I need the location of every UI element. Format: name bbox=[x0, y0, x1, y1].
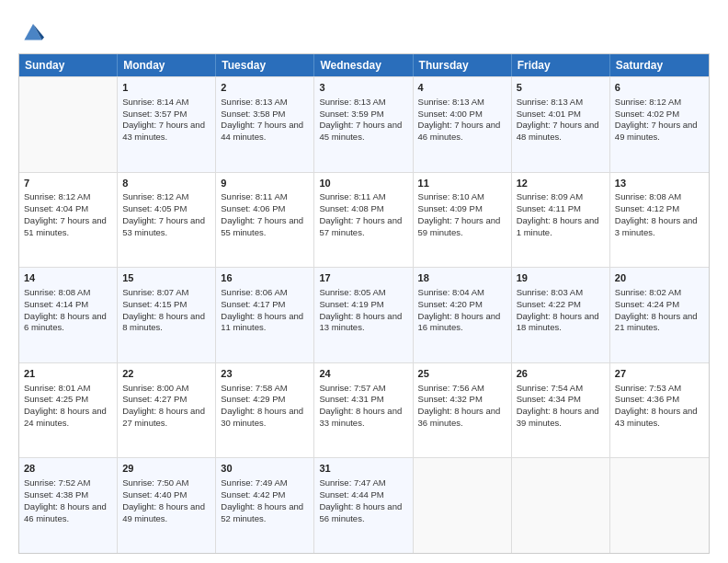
day-cell-16: 16Sunrise: 8:06 AMSunset: 4:17 PMDayligh… bbox=[216, 268, 314, 362]
calendar-body: 1Sunrise: 8:14 AMSunset: 3:57 PMDaylight… bbox=[19, 76, 709, 553]
daylight-text: Daylight: 8 hours and 43 minutes. bbox=[615, 406, 698, 428]
day-number: 18 bbox=[418, 271, 506, 285]
daylight-text: Daylight: 8 hours and 8 minutes. bbox=[122, 311, 205, 333]
day-cell-2: 2Sunrise: 8:13 AMSunset: 3:58 PMDaylight… bbox=[216, 77, 314, 172]
daylight-text: Daylight: 8 hours and 13 minutes. bbox=[319, 311, 402, 333]
daylight-text: Daylight: 7 hours and 48 minutes. bbox=[517, 120, 599, 142]
day-number: 20 bbox=[615, 271, 704, 285]
sunrise-text: Sunrise: 8:13 AM bbox=[319, 97, 385, 107]
day-cell-14: 14Sunrise: 8:08 AMSunset: 4:14 PMDayligh… bbox=[19, 268, 118, 362]
daylight-text: Daylight: 8 hours and 33 minutes. bbox=[319, 406, 402, 428]
sunset-text: Sunset: 3:59 PM bbox=[319, 109, 383, 119]
daylight-text: Daylight: 8 hours and 1 minute. bbox=[517, 215, 599, 237]
day-number: 6 bbox=[615, 81, 704, 95]
day-number: 25 bbox=[418, 367, 506, 381]
sunset-text: Sunset: 4:01 PM bbox=[517, 109, 581, 119]
empty-cell bbox=[414, 458, 512, 553]
day-number: 21 bbox=[24, 367, 112, 381]
sunset-text: Sunset: 4:34 PM bbox=[517, 394, 581, 404]
day-number: 24 bbox=[319, 367, 407, 381]
sunset-text: Sunset: 3:58 PM bbox=[221, 109, 285, 119]
day-number: 5 bbox=[517, 81, 605, 95]
day-number: 28 bbox=[24, 462, 112, 476]
day-cell-10: 10Sunrise: 8:11 AMSunset: 4:08 PMDayligh… bbox=[314, 173, 413, 268]
daylight-text: Daylight: 8 hours and 18 minutes. bbox=[517, 311, 599, 333]
sunset-text: Sunset: 4:14 PM bbox=[24, 299, 88, 309]
day-cell-21: 21Sunrise: 8:01 AMSunset: 4:25 PMDayligh… bbox=[19, 363, 118, 458]
sunrise-text: Sunrise: 7:49 AM bbox=[221, 477, 287, 488]
daylight-text: Daylight: 8 hours and 3 minutes. bbox=[615, 215, 698, 237]
day-cell-24: 24Sunrise: 7:57 AMSunset: 4:31 PMDayligh… bbox=[314, 363, 413, 458]
day-cell-3: 3Sunrise: 8:13 AMSunset: 3:59 PMDaylight… bbox=[314, 77, 413, 172]
sunrise-text: Sunrise: 8:12 AM bbox=[24, 191, 90, 201]
daylight-text: Daylight: 7 hours and 45 minutes. bbox=[319, 120, 402, 142]
sunset-text: Sunset: 4:29 PM bbox=[221, 394, 285, 404]
sunset-text: Sunset: 4:05 PM bbox=[122, 203, 187, 213]
sunrise-text: Sunrise: 8:09 AM bbox=[517, 191, 583, 201]
sunset-text: Sunset: 4:36 PM bbox=[615, 394, 679, 404]
day-number: 1 bbox=[122, 81, 210, 95]
daylight-text: Daylight: 8 hours and 46 minutes. bbox=[24, 501, 107, 523]
day-number: 26 bbox=[517, 367, 605, 381]
daylight-text: Daylight: 8 hours and 21 minutes. bbox=[615, 311, 698, 333]
day-number: 19 bbox=[517, 271, 605, 285]
empty-cell bbox=[19, 77, 118, 172]
daylight-text: Daylight: 8 hours and 36 minutes. bbox=[418, 406, 501, 428]
sunrise-text: Sunrise: 7:58 AM bbox=[221, 383, 287, 393]
day-cell-4: 4Sunrise: 8:13 AMSunset: 4:00 PMDaylight… bbox=[414, 77, 512, 172]
sunset-text: Sunset: 4:25 PM bbox=[24, 394, 88, 404]
daylight-text: Daylight: 8 hours and 16 minutes. bbox=[418, 311, 501, 333]
calendar-week-3: 14Sunrise: 8:08 AMSunset: 4:14 PMDayligh… bbox=[19, 267, 709, 362]
day-number: 12 bbox=[517, 177, 605, 190]
day-cell-30: 30Sunrise: 7:49 AMSunset: 4:42 PMDayligh… bbox=[216, 458, 314, 553]
sunrise-text: Sunrise: 8:13 AM bbox=[221, 97, 287, 107]
day-number: 4 bbox=[418, 81, 506, 95]
day-number: 23 bbox=[221, 367, 309, 381]
daylight-text: Daylight: 8 hours and 39 minutes. bbox=[517, 406, 599, 428]
daylight-text: Daylight: 8 hours and 6 minutes. bbox=[24, 311, 107, 333]
logo bbox=[18, 17, 51, 46]
day-cell-1: 1Sunrise: 8:14 AMSunset: 3:57 PMDaylight… bbox=[118, 77, 216, 172]
sunset-text: Sunset: 4:24 PM bbox=[615, 299, 679, 309]
sunrise-text: Sunrise: 8:02 AM bbox=[615, 287, 681, 297]
sunset-text: Sunset: 4:40 PM bbox=[122, 489, 187, 500]
day-cell-25: 25Sunrise: 7:56 AMSunset: 4:32 PMDayligh… bbox=[414, 363, 512, 458]
day-cell-8: 8Sunrise: 8:12 AMSunset: 4:05 PMDaylight… bbox=[118, 173, 216, 268]
sunrise-text: Sunrise: 8:01 AM bbox=[24, 383, 90, 393]
day-number: 13 bbox=[615, 177, 704, 190]
daylight-text: Daylight: 7 hours and 59 minutes. bbox=[418, 215, 501, 237]
day-number: 7 bbox=[24, 177, 112, 190]
daylight-text: Daylight: 7 hours and 49 minutes. bbox=[615, 120, 698, 142]
sunset-text: Sunset: 4:08 PM bbox=[319, 203, 383, 213]
daylight-text: Daylight: 8 hours and 49 minutes. bbox=[122, 501, 205, 523]
day-number: 16 bbox=[221, 271, 309, 285]
sunset-text: Sunset: 4:44 PM bbox=[319, 489, 383, 500]
daylight-text: Daylight: 8 hours and 24 minutes. bbox=[24, 406, 107, 428]
day-number: 2 bbox=[221, 81, 309, 95]
sunrise-text: Sunrise: 8:03 AM bbox=[517, 287, 583, 297]
header-day-thursday: Thursday bbox=[414, 54, 512, 76]
daylight-text: Daylight: 7 hours and 46 minutes. bbox=[418, 120, 501, 142]
sunrise-text: Sunrise: 8:12 AM bbox=[122, 191, 188, 201]
sunrise-text: Sunrise: 7:54 AM bbox=[517, 383, 583, 393]
day-number: 3 bbox=[319, 81, 407, 95]
sunrise-text: Sunrise: 7:52 AM bbox=[24, 477, 90, 488]
header-day-friday: Friday bbox=[512, 54, 610, 76]
day-cell-20: 20Sunrise: 8:02 AMSunset: 4:24 PMDayligh… bbox=[610, 268, 709, 362]
sunrise-text: Sunrise: 7:56 AM bbox=[418, 383, 484, 393]
sunrise-text: Sunrise: 8:13 AM bbox=[418, 97, 484, 107]
page: SundayMondayTuesdayWednesdayThursdayFrid… bbox=[0, 0, 728, 563]
sunrise-text: Sunrise: 7:57 AM bbox=[319, 383, 385, 393]
daylight-text: Daylight: 8 hours and 52 minutes. bbox=[221, 501, 303, 523]
day-number: 31 bbox=[319, 462, 407, 476]
sunset-text: Sunset: 4:32 PM bbox=[418, 394, 483, 404]
sunrise-text: Sunrise: 8:08 AM bbox=[24, 287, 90, 297]
day-number: 10 bbox=[319, 177, 407, 190]
daylight-text: Daylight: 7 hours and 55 minutes. bbox=[221, 215, 303, 237]
daylight-text: Daylight: 7 hours and 43 minutes. bbox=[122, 120, 205, 142]
day-cell-12: 12Sunrise: 8:09 AMSunset: 4:11 PMDayligh… bbox=[512, 173, 610, 268]
daylight-text: Daylight: 8 hours and 11 minutes. bbox=[221, 311, 303, 333]
sunset-text: Sunset: 4:20 PM bbox=[418, 299, 483, 309]
sunrise-text: Sunrise: 8:00 AM bbox=[122, 383, 188, 393]
day-cell-31: 31Sunrise: 7:47 AMSunset: 4:44 PMDayligh… bbox=[314, 458, 413, 553]
